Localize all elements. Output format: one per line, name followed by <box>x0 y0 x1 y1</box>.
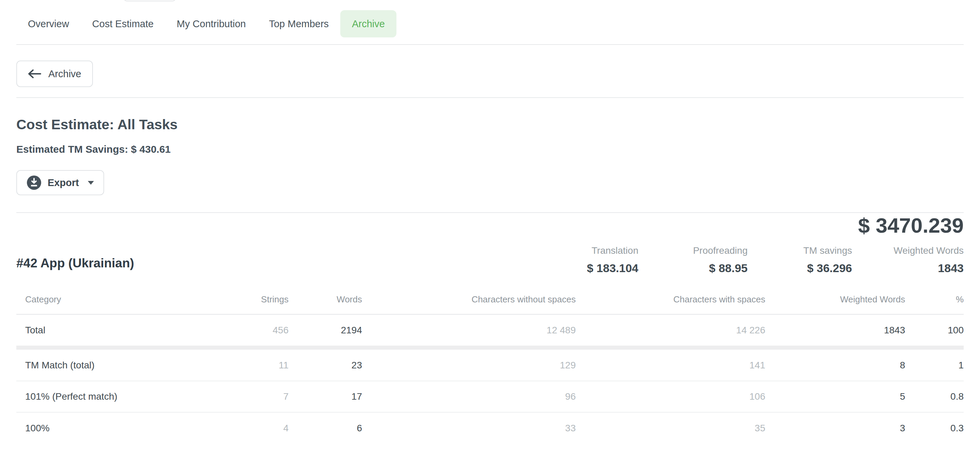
cell-percent: 100 <box>905 314 964 346</box>
tab-top-members[interactable]: Top Members <box>257 10 340 37</box>
tab-bar: Overview Cost Estimate My Contribution T… <box>16 10 980 37</box>
tab-cost-estimate[interactable]: Cost Estimate <box>81 10 165 37</box>
stat-value: 1843 <box>852 261 964 275</box>
col-header-strings: Strings <box>207 285 288 314</box>
tab-my-contribution[interactable]: My Contribution <box>165 10 257 37</box>
stat-label: Weighted Words <box>852 245 964 257</box>
table-header-row: Category Strings Words Characters withou… <box>16 285 964 314</box>
stat-label: Proofreading <box>638 245 748 257</box>
partial-button-top <box>124 0 176 2</box>
arrow-left-icon <box>28 69 41 79</box>
cell-words: 2194 <box>288 314 362 346</box>
cell-chars-without: 12 489 <box>362 314 576 346</box>
col-header-weighted-words: Weighted Words <box>765 285 905 314</box>
cell-percent: 1 <box>905 350 964 381</box>
stat-value: $ 36.296 <box>748 261 852 275</box>
stat-translation: Translation $ 183.104 <box>553 245 638 275</box>
col-header-words: Words <box>288 285 362 314</box>
cell-chars-without: 33 <box>362 412 576 444</box>
stat-label: Translation <box>553 245 638 257</box>
table-row-tm-match: TM Match (total) 11 23 129 141 8 1 <box>16 350 964 381</box>
tab-archive[interactable]: Archive <box>340 10 396 37</box>
cell-weighted: 5 <box>765 381 905 412</box>
cell-strings: 456 <box>207 314 288 346</box>
cell-words: 6 <box>288 412 362 444</box>
stat-value: $ 88.95 <box>638 261 748 275</box>
col-header-chars-without-spaces: Characters without spaces <box>362 285 576 314</box>
cell-strings: 4 <box>207 412 288 444</box>
cell-weighted: 8 <box>765 350 905 381</box>
cell-chars-with: 35 <box>576 412 765 444</box>
cell-category: Total <box>16 314 207 346</box>
stat-weighted-words: Weighted Words 1843 <box>852 245 964 275</box>
cell-words: 23 <box>288 350 362 381</box>
cell-strings: 7 <box>207 381 288 412</box>
cell-category: TM Match (total) <box>16 350 207 381</box>
col-header-percent: % <box>905 285 964 314</box>
stat-value: $ 183.104 <box>553 261 638 275</box>
export-label: Export <box>48 177 79 189</box>
total-separator-band <box>16 346 964 350</box>
table-row-100: 100% 4 6 33 35 3 0.3 <box>16 412 964 444</box>
caret-down-icon <box>88 181 94 185</box>
task-stats: Translation $ 183.104 Proofreading $ 88.… <box>16 213 964 275</box>
col-header-chars-with-spaces: Characters with spaces <box>576 285 765 314</box>
cell-strings: 11 <box>207 350 288 381</box>
cell-chars-without: 96 <box>362 381 576 412</box>
tab-overview[interactable]: Overview <box>16 10 81 37</box>
download-icon <box>27 175 41 190</box>
cell-percent: 0.3 <box>905 412 964 444</box>
cost-estimate-header: Cost Estimate: All Tasks $ 3470.239 Esti… <box>0 98 980 195</box>
archive-back-button[interactable]: Archive <box>16 60 93 87</box>
cell-chars-with: 106 <box>576 381 765 412</box>
page-title: Cost Estimate: All Tasks <box>16 98 964 133</box>
cell-chars-with: 141 <box>576 350 765 381</box>
table-row-101-perfect-match: 101% (Perfect match) 7 17 96 106 5 0.8 <box>16 381 964 412</box>
cell-category: 100% <box>16 412 207 444</box>
task-section: #42 App (Ukrainian) Translation $ 183.10… <box>0 213 980 444</box>
stat-proofreading: Proofreading $ 88.95 <box>638 245 748 275</box>
cost-estimate-table: Category Strings Words Characters withou… <box>16 285 964 444</box>
cell-category: 101% (Perfect match) <box>16 381 207 412</box>
cell-chars-without: 129 <box>362 350 576 381</box>
table-row-total: Total 456 2194 12 489 14 226 1843 100 <box>16 314 964 346</box>
cell-weighted: 1843 <box>765 314 905 346</box>
task-title: #42 App (Ukrainian) <box>16 254 134 272</box>
cell-words: 17 <box>288 381 362 412</box>
stat-tm-savings: TM savings $ 36.296 <box>748 245 852 275</box>
cell-weighted: 3 <box>765 412 905 444</box>
archive-back-label: Archive <box>48 68 81 79</box>
cell-chars-with: 14 226 <box>576 314 765 346</box>
col-header-category: Category <box>16 285 207 314</box>
cell-percent: 0.8 <box>905 381 964 412</box>
export-button[interactable]: Export <box>16 170 104 195</box>
back-row: Archive <box>0 45 980 87</box>
stat-label: TM savings <box>748 245 852 257</box>
tm-savings-subtitle: Estimated TM Savings: $ 430.61 <box>16 144 964 155</box>
